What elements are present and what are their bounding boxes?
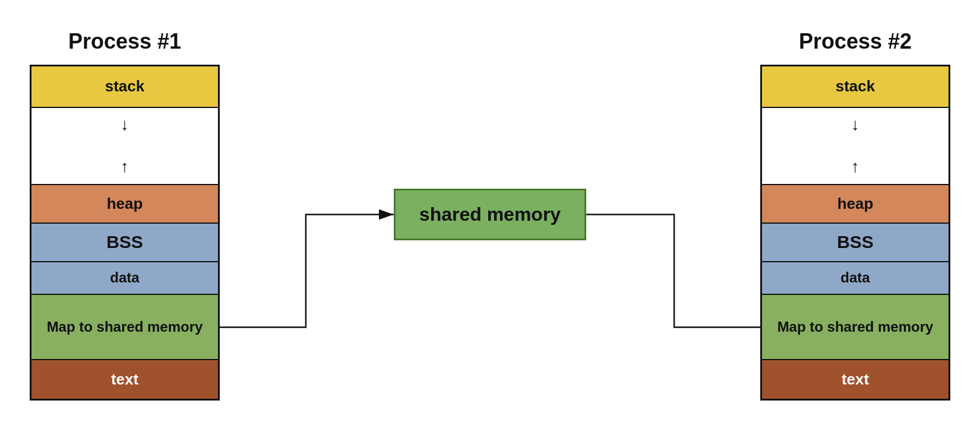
process2-data-block: data bbox=[762, 262, 949, 295]
process2-bss-block: BSS bbox=[762, 224, 949, 262]
process2-stack-block: stack bbox=[762, 66, 949, 108]
process2-text-block: text bbox=[762, 360, 949, 399]
process1-shared-block: Map to shared memory bbox=[31, 295, 218, 360]
process1-title: Process #1 bbox=[68, 29, 181, 54]
process1-empty-block: ↓ ↑ bbox=[31, 108, 218, 185]
arrow-down-icon: ↓ bbox=[121, 115, 129, 134]
process2-title: Process #2 bbox=[799, 29, 912, 54]
process2-stack: stack ↓ ↑ heap BSS data Map to shared bbox=[760, 65, 950, 401]
arrow-down-icon2: ↓ bbox=[851, 115, 859, 134]
arrow-up-icon2: ↑ bbox=[851, 157, 859, 176]
process2-shared-block: Map to shared memory bbox=[762, 295, 949, 360]
process2-empty-block: ↓ ↑ bbox=[762, 108, 949, 185]
center-area: shared memory bbox=[238, 0, 742, 429]
process1-data-block: data bbox=[31, 262, 218, 295]
process2-column: Process #2 stack ↓ ↑ heap BSS data bbox=[742, 29, 968, 401]
diagram-container: Process #1 stack ↓ ↑ heap BSS data bbox=[0, 0, 980, 429]
process2-heap-block: heap bbox=[762, 185, 949, 224]
process1-bss-block: BSS bbox=[31, 224, 218, 262]
arrow-up-icon: ↑ bbox=[121, 157, 129, 176]
process1-stack: stack ↓ ↑ heap BSS data Map to shared bbox=[30, 65, 220, 401]
process1-heap-block: heap bbox=[31, 185, 218, 224]
process1-text-block: text bbox=[31, 360, 218, 399]
shared-memory-box: shared memory bbox=[394, 189, 586, 240]
process1-column: Process #1 stack ↓ ↑ heap BSS data bbox=[12, 29, 238, 401]
process1-stack-block: stack bbox=[31, 66, 218, 108]
